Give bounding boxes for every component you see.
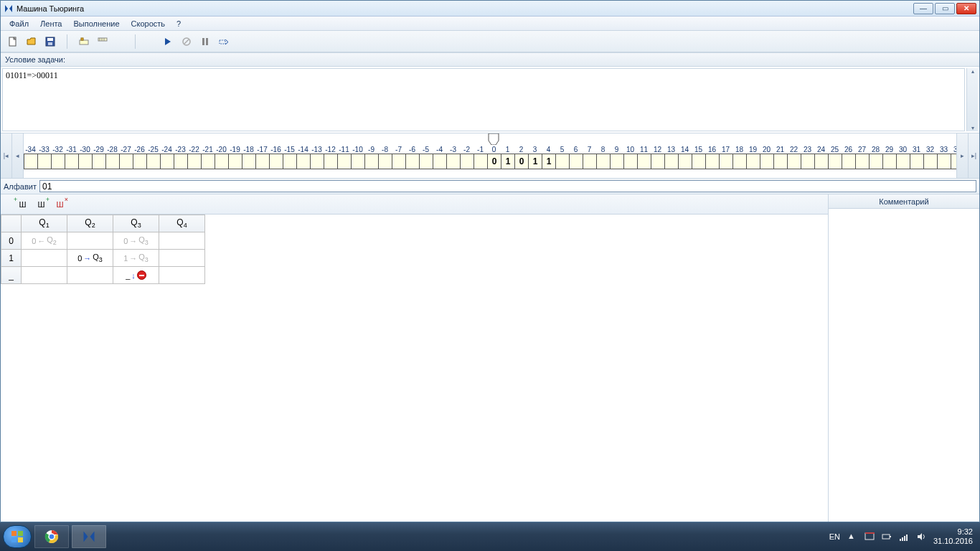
tape-cell[interactable]: -33 — [37, 143, 51, 169]
tape-cell[interactable]: -12 — [324, 143, 337, 169]
action-center-icon[interactable] — [864, 532, 875, 542]
tape-cell[interactable]: 32 — [923, 143, 937, 169]
rule-cell[interactable]: 0 → Q3 — [113, 232, 159, 250]
tape-cell[interactable]: -15 — [283, 143, 296, 169]
tape-cell[interactable]: -14 — [296, 143, 310, 169]
tape-cell[interactable]: 6 — [569, 143, 583, 169]
menu-speed[interactable]: Скорость — [126, 18, 171, 29]
rule-cell[interactable] — [67, 267, 113, 284]
tape-cell[interactable]: -8 — [378, 143, 392, 169]
tape-cell[interactable]: 21 — [773, 143, 787, 169]
tape-cell[interactable]: 27 — [855, 143, 869, 169]
save-file-button[interactable] — [42, 34, 58, 50]
task-textarea[interactable] — [2, 68, 965, 131]
rule-cell[interactable] — [22, 267, 67, 284]
tape-cell[interactable]: -4 — [433, 143, 446, 169]
tape-cell[interactable]: -34 — [24, 143, 37, 169]
tape-cell[interactable]: 26 — [842, 143, 855, 169]
tape-cell[interactable]: 00 — [487, 143, 501, 169]
tape-cell[interactable]: 5 — [555, 143, 569, 169]
menu-help[interactable]: ? — [171, 18, 187, 29]
tape-cell[interactable]: -9 — [364, 143, 378, 169]
start-button[interactable] — [3, 525, 32, 548]
tape-cell[interactable]: -29 — [92, 143, 105, 169]
insert-state-left-button[interactable]: +Ш — [15, 197, 29, 212]
state-header[interactable]: Q4 — [159, 215, 205, 232]
tape-cell[interactable]: -10 — [351, 143, 364, 169]
menu-tape[interactable]: Лента — [34, 18, 67, 29]
volume-icon[interactable] — [916, 532, 926, 542]
rules-grid[interactable]: Q1Q2Q3Q400 ← Q20 → Q310 → Q31 → Q3__ ↓ — [1, 215, 828, 522]
tape-cell[interactable]: 31 — [528, 143, 542, 169]
stop-button[interactable] — [179, 34, 194, 50]
tape-cell[interactable]: -20 — [215, 143, 228, 169]
rule-cell[interactable] — [159, 250, 205, 267]
rule-cell[interactable]: 0 ← Q2 — [22, 232, 67, 250]
tape-cell[interactable]: 29 — [882, 143, 896, 169]
comment-area[interactable] — [829, 209, 979, 522]
insert-state-right-button[interactable]: Ш+ — [34, 197, 48, 212]
new-file-button[interactable] — [5, 34, 21, 50]
turing-taskbar-icon[interactable] — [72, 525, 106, 548]
tape-cell[interactable]: -24 — [160, 143, 174, 169]
rule-cell[interactable]: 0 → Q3 — [67, 250, 113, 267]
tape-cell[interactable]: 11 — [637, 143, 651, 169]
tape-cell[interactable]: 11 — [501, 143, 514, 169]
rule-cell[interactable] — [67, 232, 113, 250]
tape-scroll-left[interactable]: ◂ — [12, 133, 24, 178]
tape-cell[interactable]: -30 — [78, 143, 92, 169]
tape-scroll-end[interactable]: ▸| — [968, 133, 979, 178]
tape-cell[interactable]: -1 — [473, 143, 487, 169]
tape-cell[interactable]: 10 — [623, 143, 637, 169]
tape-cell[interactable]: 16 — [705, 143, 719, 169]
menu-file[interactable]: Файл — [4, 18, 34, 29]
tape-cell[interactable]: 41 — [542, 143, 555, 169]
tape-cell[interactable]: -27 — [119, 143, 133, 169]
tape-cell[interactable]: -28 — [105, 143, 119, 169]
step-button[interactable] — [216, 34, 232, 50]
tape-cell[interactable]: -11 — [337, 143, 351, 169]
rule-cell[interactable] — [159, 232, 205, 250]
tape-cell[interactable]: -32 — [51, 143, 65, 169]
tape-cell[interactable]: -18 — [242, 143, 255, 169]
rule-cell[interactable] — [22, 250, 67, 267]
tape-cell[interactable]: -19 — [228, 143, 242, 169]
tape-cell[interactable]: -22 — [187, 143, 201, 169]
tape-cell[interactable]: -17 — [255, 143, 269, 169]
tape-cell[interactable]: -7 — [392, 143, 405, 169]
tape-cell[interactable]: 30 — [896, 143, 910, 169]
tape-cell[interactable]: 18 — [732, 143, 746, 169]
tape-cell[interactable]: -5 — [419, 143, 433, 169]
tape-cell[interactable]: 20 — [760, 143, 773, 169]
tape-cell[interactable]: 14 — [678, 143, 692, 169]
state-header[interactable]: Q1 — [22, 215, 67, 232]
tape-cell[interactable]: -6 — [405, 143, 419, 169]
symbol-header[interactable]: 0 — [1, 232, 22, 250]
tape-edit-button[interactable] — [95, 34, 110, 50]
tape-cell[interactable]: 31 — [910, 143, 923, 169]
tape-cell[interactable]: 9 — [610, 143, 623, 169]
tape-cell[interactable]: -26 — [133, 143, 146, 169]
language-indicator[interactable]: EN — [829, 532, 840, 541]
network-icon[interactable] — [899, 532, 909, 542]
run-button[interactable] — [160, 34, 176, 50]
clock[interactable]: 9:32 31.10.2016 — [933, 527, 973, 546]
symbol-header[interactable]: 1 — [1, 250, 22, 267]
state-header[interactable]: Q3 — [113, 215, 159, 232]
chrome-taskbar-icon[interactable] — [34, 525, 69, 548]
tape-cell[interactable]: 23 — [801, 143, 814, 169]
rule-cell[interactable]: 1 → Q3 — [113, 250, 159, 267]
delete-state-button[interactable]: Ш× — [52, 197, 67, 212]
tape-scroll-start[interactable]: |◂ — [1, 133, 12, 178]
task-scrollbar[interactable] — [966, 68, 978, 131]
battery-icon[interactable] — [882, 532, 892, 542]
tape-cell[interactable]: 22 — [787, 143, 801, 169]
tape-cell[interactable]: 12 — [651, 143, 664, 169]
rule-cell[interactable] — [159, 267, 205, 284]
tape-cell[interactable]: 25 — [828, 143, 842, 169]
tape-cell[interactable]: -13 — [310, 143, 324, 169]
tape-preset-button[interactable] — [76, 34, 92, 50]
tape-cell[interactable]: -31 — [65, 143, 78, 169]
tape-scroll-right[interactable]: ▸ — [956, 133, 968, 178]
tape-cell[interactable]: -25 — [146, 143, 160, 169]
